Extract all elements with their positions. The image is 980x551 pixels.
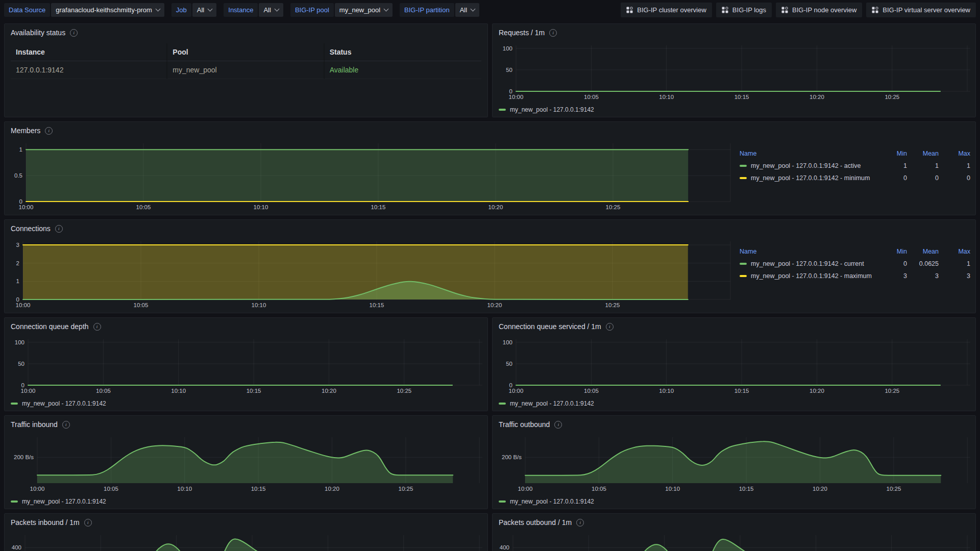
legend-max: 3 — [939, 272, 970, 280]
series-label[interactable]: my_new_pool - 127.0.0.1:9142 — [510, 498, 594, 505]
legend-table-header: NameMinMeanMax — [740, 245, 970, 258]
traffic-inbound-chart[interactable]: 10:0010:0510:1010:1510:2010:25200 B/s — [8, 433, 484, 493]
series-label[interactable]: my_new_pool - 127.0.0.1:9142 - active — [751, 162, 861, 169]
series-label[interactable]: my_new_pool - 127.0.0.1:9142 - current — [751, 260, 864, 267]
svg-text:3: 3 — [16, 242, 19, 248]
legend-col-min[interactable]: Min — [875, 150, 907, 157]
series-swatch — [499, 403, 506, 405]
instance-cell: 127.0.0.1:9142 — [11, 61, 167, 79]
info-icon[interactable]: i — [93, 323, 101, 331]
svg-text:10:10: 10:10 — [665, 486, 680, 492]
svg-text:10:25: 10:25 — [399, 486, 413, 492]
table-row: 127.0.0.1:9142 my_new_pool Available — [11, 61, 481, 79]
legend-item: my_new_pool - 127.0.0.1:9142 — [499, 498, 594, 505]
info-icon[interactable]: i — [55, 225, 63, 233]
column-header-instance[interactable]: Instance — [11, 43, 167, 61]
legend-col-name[interactable]: Name — [740, 248, 875, 255]
legend-row[interactable]: my_new_pool - 127.0.0.1:9142 - minimum00… — [740, 172, 970, 184]
link-bigip-cluster-overview[interactable]: BIG-IP cluster overview — [621, 3, 712, 17]
variable-datasource: Data Source grafanacloud-keithschmitty-p… — [4, 3, 164, 17]
link-bigip-virtual-server-overview[interactable]: BIG-IP virtual server overview — [866, 3, 976, 17]
legend-col-min[interactable]: Min — [875, 248, 907, 255]
series-label[interactable]: my_new_pool - 127.0.0.1:9142 - maximum — [751, 272, 872, 280]
svg-text:50: 50 — [506, 67, 512, 73]
svg-text:10:00: 10:00 — [518, 486, 533, 492]
legend-row[interactable]: my_new_pool - 127.0.0.1:9142 - maximum33… — [740, 270, 970, 282]
timeseries-svg: 10:0010:0510:1010:1510:2010:25050100 — [496, 335, 972, 395]
info-icon[interactable]: i — [554, 421, 562, 429]
svg-text:200 B/s: 200 B/s — [502, 454, 522, 460]
variable-select-instance[interactable]: All — [259, 3, 283, 17]
svg-text:10:20: 10:20 — [810, 94, 824, 100]
info-icon[interactable]: i — [84, 519, 92, 527]
info-icon[interactable]: i — [62, 421, 70, 429]
pool-cell: my_new_pool — [167, 61, 324, 79]
series-label[interactable]: my_new_pool - 127.0.0.1:9142 — [22, 400, 106, 407]
info-icon[interactable]: i — [549, 29, 557, 37]
timeseries-svg: 10:0010:0510:1010:1510:2010:25050100 — [496, 41, 972, 102]
legend-row[interactable]: my_new_pool - 127.0.0.1:9142 - current00… — [740, 258, 970, 270]
panel-title: Traffic outbound — [499, 420, 550, 429]
variable-label-datasource: Data Source — [4, 3, 50, 17]
panel-connection-queue-depth: Connection queue depth i 10:0010:0510:10… — [4, 317, 488, 411]
legend-col-max[interactable]: Max — [939, 248, 970, 255]
variable-bigip-pool: BIG-IP pool my_new_pool — [290, 3, 393, 17]
column-header-status[interactable]: Status — [325, 43, 481, 61]
panel-members: Members i 10:0010:0510:1010:1510:2010:25… — [4, 121, 976, 215]
info-icon[interactable]: i — [45, 127, 53, 135]
svg-text:200 B/s: 200 B/s — [14, 454, 34, 460]
variable-label-job: Job — [172, 3, 191, 17]
legend-min: 0 — [875, 174, 907, 182]
panel-title: Packets inbound / 1m — [11, 518, 80, 527]
svg-text:10:15: 10:15 — [251, 486, 266, 492]
series-label[interactable]: my_new_pool - 127.0.0.1:9142 — [510, 106, 594, 113]
svg-text:10:05: 10:05 — [134, 302, 149, 308]
packets-outbound-chart[interactable]: 10:0010:0510:1010:1510:2010:25400 — [496, 531, 972, 551]
legend-item: my_new_pool - 127.0.0.1:9142 — [11, 498, 106, 505]
legend-col-max[interactable]: Max — [939, 150, 970, 157]
variable-select-bigip-partition[interactable]: All — [455, 3, 479, 17]
legend-item: my_new_pool - 127.0.0.1:9142 — [499, 400, 594, 407]
queue-depth-chart[interactable]: 10:0010:0510:1010:1510:2010:25050100 — [8, 335, 484, 395]
column-header-pool[interactable]: Pool — [167, 43, 324, 61]
timeseries-svg: 10:0010:0510:1010:1510:2010:25200 B/s — [8, 433, 484, 493]
svg-text:50: 50 — [18, 361, 24, 367]
svg-text:10:25: 10:25 — [887, 486, 901, 492]
series-label[interactable]: my_new_pool - 127.0.0.1:9142 - minimum — [751, 174, 870, 182]
svg-text:10:05: 10:05 — [104, 486, 118, 492]
svg-text:10:05: 10:05 — [592, 486, 606, 492]
legend-min: 3 — [875, 272, 907, 280]
members-chart[interactable]: 10:0010:0510:1010:1510:2010:2500.51 — [8, 139, 732, 212]
svg-text:10:10: 10:10 — [177, 486, 192, 492]
svg-text:2: 2 — [16, 260, 19, 266]
panel-title: Availability status — [11, 29, 65, 37]
series-swatch — [11, 500, 18, 503]
legend-col-mean[interactable]: Mean — [907, 150, 939, 157]
queue-serviced-chart[interactable]: 10:0010:0510:1010:1510:2010:25050100 — [496, 335, 972, 395]
series-label[interactable]: my_new_pool - 127.0.0.1:9142 — [22, 498, 106, 505]
svg-text:10:15: 10:15 — [739, 486, 754, 492]
variable-select-datasource[interactable]: grafanacloud-keithschmitty-prom — [51, 3, 164, 17]
svg-text:10:15: 10:15 — [371, 204, 386, 210]
legend-col-mean[interactable]: Mean — [907, 248, 939, 255]
packets-inbound-chart[interactable]: 10:0010:0510:1010:1510:2010:25400 — [8, 531, 484, 551]
svg-text:10:25: 10:25 — [885, 94, 899, 100]
info-icon[interactable]: i — [70, 29, 78, 37]
variable-select-bigip-pool[interactable]: my_new_pool — [335, 3, 393, 17]
panel-title: Requests / 1m — [499, 29, 545, 37]
traffic-outbound-chart[interactable]: 10:0010:0510:1010:1510:2010:25200 B/s — [496, 433, 972, 493]
info-icon[interactable]: i — [606, 323, 614, 331]
link-bigip-node-overview[interactable]: BIG-IP node overview — [776, 3, 862, 17]
legend-max: 1 — [939, 260, 970, 267]
link-bigip-logs[interactable]: BIG-IP logs — [716, 3, 772, 17]
variable-select-job[interactable]: All — [192, 3, 216, 17]
series-label[interactable]: my_new_pool - 127.0.0.1:9142 — [510, 400, 594, 407]
info-icon[interactable]: i — [576, 519, 584, 527]
apps-icon — [781, 7, 788, 13]
variable-job: Job All — [172, 3, 216, 17]
legend-row[interactable]: my_new_pool - 127.0.0.1:9142 - active111 — [740, 160, 970, 172]
requests-chart[interactable]: 10:0010:0510:1010:1510:2010:25050100 — [496, 41, 972, 102]
connections-chart[interactable]: 10:0010:0510:1010:1510:2010:250123 — [8, 237, 732, 310]
legend-col-name[interactable]: Name — [740, 150, 875, 157]
panel-title: Traffic inbound — [11, 420, 58, 429]
